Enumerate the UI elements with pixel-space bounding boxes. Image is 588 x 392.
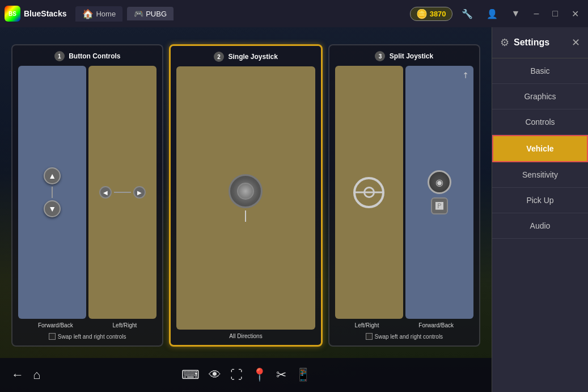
dropdown-button[interactable]: ▼ bbox=[507, 6, 525, 21]
account-button[interactable]: 👤 bbox=[482, 6, 502, 22]
card2-visual bbox=[176, 66, 315, 330]
card2-num: 2 bbox=[214, 52, 224, 62]
pubg-icon: 🎮 bbox=[134, 9, 143, 18]
scissors-icon[interactable]: ✂ bbox=[276, 368, 286, 382]
all-directions-label: All Directions bbox=[229, 333, 262, 339]
title-bar: BS BlueStacks 🏠 Home 🎮 PUBG 🪙 3870 🔧 👤 ▼… bbox=[0, 0, 588, 27]
settings-gear-icon: ⚙ bbox=[500, 36, 509, 49]
phone-icon[interactable]: 📱 bbox=[295, 368, 311, 382]
bottom-center-controls: ⌨ 👁 ⛶ 📍 ✂ 📱 bbox=[181, 368, 311, 382]
split-left-label: Left/Right bbox=[355, 322, 379, 328]
split-right-control: ↗ ◉ 🅿 bbox=[405, 66, 473, 319]
settings-item-basic[interactable]: Basic bbox=[492, 58, 588, 84]
coins-badge: 🪙 3870 bbox=[410, 7, 452, 21]
coin-icon: 🪙 bbox=[416, 9, 428, 19]
dpad-vertical: ▲ ▼ bbox=[44, 167, 61, 217]
brake-button[interactable]: 🅿 bbox=[431, 197, 448, 214]
button-controls-card[interactable]: 1 Button Controls ▲ ▼ bbox=[11, 44, 163, 347]
eye-icon[interactable]: 👁 bbox=[209, 368, 221, 382]
settings-title-row: ⚙ Settings bbox=[500, 36, 549, 49]
joystick-v-line bbox=[245, 210, 246, 222]
card1-title: 1 Button Controls bbox=[54, 51, 121, 61]
coins-value: 3870 bbox=[430, 10, 446, 18]
pubg-tab-label: PUBG bbox=[146, 10, 167, 18]
keyboard-icon[interactable]: ⌨ bbox=[181, 368, 200, 382]
settings-title: Settings bbox=[514, 37, 549, 48]
location-icon[interactable]: 📍 bbox=[252, 368, 267, 382]
dpad-horizontal: ◀ ▶ bbox=[99, 186, 146, 199]
settings-sidebar: ⚙ Settings ✕ Basic Graphics Controls Veh… bbox=[492, 27, 588, 392]
card3-num: 3 bbox=[375, 51, 385, 61]
right-button[interactable]: ▶ bbox=[133, 186, 146, 199]
swap-row-3: Swap left and right controls bbox=[366, 333, 443, 340]
speedometer: ◉ bbox=[428, 170, 451, 194]
card1-num: 1 bbox=[54, 51, 65, 61]
settings-item-audio[interactable]: Audio bbox=[492, 213, 588, 239]
close-button[interactable]: ✕ bbox=[567, 6, 583, 22]
card2-title: 2 Single Joystick bbox=[214, 52, 278, 62]
home-icon: 🏠 bbox=[82, 9, 94, 19]
settings-header: ⚙ Settings ✕ bbox=[492, 27, 588, 58]
tab-pubg[interactable]: 🎮 PUBG bbox=[127, 7, 174, 20]
split-left-control bbox=[335, 66, 403, 319]
card1-visual: ▲ ▼ ◀ ▶ bbox=[18, 66, 156, 319]
swap-checkbox-3[interactable] bbox=[366, 333, 373, 340]
joystick-base bbox=[229, 174, 263, 208]
home-bottom-icon[interactable]: ⌂ bbox=[33, 368, 40, 382]
swap-checkbox-1[interactable] bbox=[49, 333, 56, 340]
left-right-control: ◀ ▶ bbox=[88, 66, 156, 319]
settings-item-controls[interactable]: Controls bbox=[492, 109, 588, 135]
minimize-button[interactable]: – bbox=[529, 6, 543, 21]
fwd-back-label: Forward/Back bbox=[38, 322, 73, 328]
swap-label-1: Swap left and right controls bbox=[58, 334, 126, 340]
tab-home[interactable]: 🏠 Home bbox=[75, 6, 122, 22]
game-area: 1 Button Controls ▲ ▼ bbox=[0, 27, 492, 392]
bottom-toolbar: ← ⌂ ⌨ 👁 ⛶ 📍 ✂ 📱 bbox=[0, 358, 492, 392]
settings-item-graphics[interactable]: Graphics bbox=[492, 84, 588, 109]
settings-item-pickup[interactable]: Pick Up bbox=[492, 188, 588, 213]
split-right-label: Forward/Back bbox=[418, 322, 454, 328]
split-joystick-card[interactable]: 3 Split Joystick ↗ ◉ bbox=[328, 44, 480, 347]
fwd-back-control: ▲ ▼ bbox=[18, 66, 86, 319]
app-title: BlueStacks bbox=[24, 9, 66, 18]
h-line bbox=[114, 192, 131, 193]
bluestacks-logo: BS bbox=[5, 6, 20, 22]
main-area: 1 Button Controls ▲ ▼ bbox=[0, 27, 588, 392]
bottom-left-controls: ← ⌂ bbox=[11, 368, 40, 382]
card1-labels: Forward/Back Left/Right bbox=[18, 322, 156, 328]
up-button[interactable]: ▲ bbox=[44, 167, 61, 184]
settings-close-button[interactable]: ✕ bbox=[572, 36, 580, 49]
swap-row-1: Swap left and right controls bbox=[49, 333, 126, 340]
card3-visual: ↗ ◉ 🅿 bbox=[335, 66, 473, 319]
left-button[interactable]: ◀ bbox=[99, 186, 112, 199]
card3-labels: Left/Right Forward/Back bbox=[335, 322, 473, 328]
left-right-label: Left/Right bbox=[113, 322, 137, 328]
fullscreen-icon[interactable]: ⛶ bbox=[230, 368, 243, 382]
down-button[interactable]: ▼ bbox=[44, 200, 61, 217]
joystick-stick bbox=[237, 183, 254, 200]
settings-item-sensitivity[interactable]: Sensitivity bbox=[492, 162, 588, 188]
settings-item-vehicle[interactable]: Vehicle bbox=[492, 135, 588, 162]
swap-label-3: Swap left and right controls bbox=[375, 334, 443, 340]
steering-inner bbox=[363, 187, 375, 198]
maximize-button[interactable]: □ bbox=[548, 6, 562, 21]
joystick-container bbox=[229, 174, 263, 222]
settings-menu: Basic Graphics Controls Vehicle Sensitiv… bbox=[492, 58, 588, 392]
joystick-area bbox=[176, 66, 315, 330]
home-tab-label: Home bbox=[96, 10, 116, 18]
card3-title: 3 Split Joystick bbox=[375, 51, 433, 61]
tools-button[interactable]: 🔧 bbox=[457, 6, 477, 22]
v-line bbox=[52, 187, 53, 198]
single-joystick-card[interactable]: 2 Single Joystick All Directions bbox=[169, 44, 322, 347]
back-icon[interactable]: ← bbox=[11, 368, 24, 382]
controls-panel: 1 Button Controls ▲ ▼ bbox=[11, 44, 480, 347]
arrow-icon: ↗ bbox=[460, 69, 471, 81]
app-brand: BS BlueStacks bbox=[5, 6, 71, 22]
steering-wheel bbox=[353, 177, 384, 208]
